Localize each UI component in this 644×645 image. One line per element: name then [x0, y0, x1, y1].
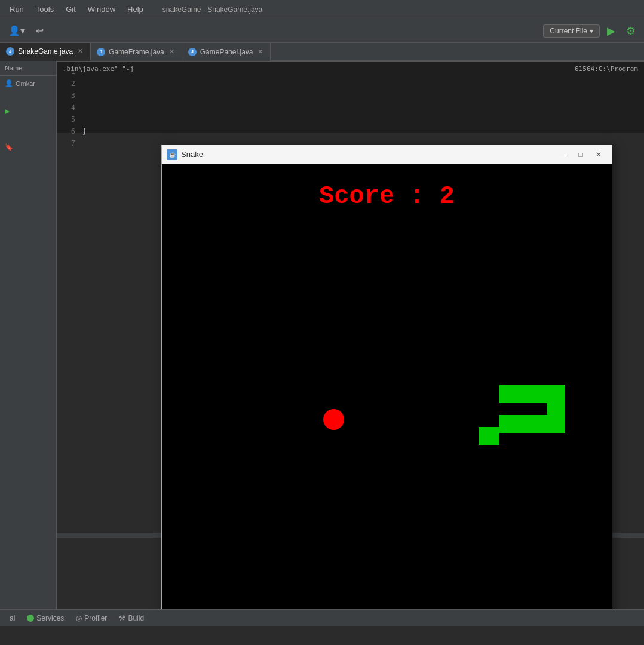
back-button[interactable]: ↩: [32, 23, 47, 39]
user-icon: 👤: [5, 79, 13, 87]
snake-game-window[interactable]: ☕ Snake — □ ✕ Score : 2: [161, 145, 612, 609]
build-label: Build: [128, 614, 144, 622]
menu-bar: Run Tools Git Window Help snakeGame - Sn…: [0, 0, 644, 19]
snake-segment-bottom: [499, 415, 565, 433]
menu-run[interactable]: Run: [5, 4, 29, 15]
tab-icon-gameframe: J: [97, 48, 105, 56]
status-item-profiler[interactable]: ◎ Profiler: [71, 614, 112, 622]
build-icon: ⚒: [119, 614, 125, 622]
tab-label-gameframe: GameFrame.java: [109, 48, 164, 56]
snake-segment-head: [479, 427, 499, 445]
user-info: 👤 Omkar: [0, 76, 56, 91]
current-file-label: Current File: [550, 27, 587, 35]
tab-gamepanel[interactable]: J GamePanel.java ✕: [182, 43, 271, 61]
status-unknown-label: al: [10, 614, 15, 622]
status-item-unknown[interactable]: al: [5, 614, 20, 622]
left-sidebar: Name 👤 Omkar ▶ 🔖: [0, 61, 57, 609]
main-area: Name 👤 Omkar ▶ 🔖 1 2 3 4 5 6 7: [0, 61, 644, 609]
minimize-button[interactable]: —: [554, 148, 571, 161]
tab-snakegame[interactable]: J SnakeGame.java ✕: [0, 43, 91, 61]
snake-window-icon: ☕: [167, 149, 177, 160]
tabs-bar: J SnakeGame.java ✕ J GameFrame.java ✕ J …: [0, 43, 644, 61]
tab-close-snakegame[interactable]: ✕: [76, 47, 84, 55]
services-label: Services: [36, 614, 64, 622]
bookmark-icon-1: 🔖: [5, 141, 13, 153]
account-button[interactable]: 👤▾: [5, 23, 29, 39]
close-button[interactable]: ✕: [590, 148, 607, 161]
tab-close-gameframe[interactable]: ✕: [168, 48, 176, 56]
line-markers: ▶ 🔖: [0, 91, 56, 167]
game-canvas: Score : 2: [162, 164, 612, 609]
food-item: [323, 409, 344, 430]
tab-label-snakegame: SnakeGame.java: [18, 47, 73, 56]
run-marker-1: ▶: [5, 105, 10, 117]
toolbar: 👤▾ ↩ Current File ▾ ▶ ⚙: [0, 19, 644, 43]
menu-git[interactable]: Git: [61, 4, 81, 15]
score-display: Score : 2: [319, 182, 455, 211]
menu-tools[interactable]: Tools: [31, 4, 59, 15]
window-titlebar: ☕ Snake — □ ✕: [162, 145, 612, 164]
status-item-services[interactable]: Services: [22, 614, 69, 622]
profiler-icon: ◎: [76, 614, 82, 622]
dropdown-arrow-icon: ▾: [590, 27, 593, 35]
window-title: snakeGame - SnakeGame.java: [162, 5, 262, 14]
settings-button[interactable]: ⚙: [622, 22, 639, 40]
tab-label-gamepanel: GamePanel.java: [200, 48, 253, 56]
tab-icon-snakegame: J: [6, 47, 14, 56]
profiler-label: Profiler: [84, 614, 107, 622]
services-icon: [27, 615, 34, 622]
window-controls: — □ ✕: [554, 148, 607, 161]
maximize-button[interactable]: □: [572, 148, 589, 161]
sidebar-header: Name: [0, 61, 56, 76]
status-item-build[interactable]: ⚒ Build: [114, 614, 149, 622]
line-numbers: 1 2 3 4 5 6 7: [57, 61, 78, 154]
status-bar: al Services ◎ Profiler ⚒ Build: [0, 609, 644, 626]
tab-gameframe[interactable]: J GameFrame.java ✕: [91, 43, 182, 61]
tab-close-gamepanel[interactable]: ✕: [256, 48, 264, 56]
menu-window[interactable]: Window: [83, 4, 120, 15]
current-file-button[interactable]: Current File ▾: [543, 24, 600, 38]
editor-area: 1 2 3 4 5 6 7 } ☕ Snake — □: [57, 61, 644, 609]
menu-help[interactable]: Help: [122, 4, 148, 15]
run-button[interactable]: ▶: [603, 22, 619, 40]
snake-window-title: Snake: [181, 150, 551, 159]
user-name: Omkar: [16, 80, 35, 87]
tab-icon-gamepanel: J: [188, 48, 197, 56]
code-area[interactable]: }: [78, 61, 644, 142]
